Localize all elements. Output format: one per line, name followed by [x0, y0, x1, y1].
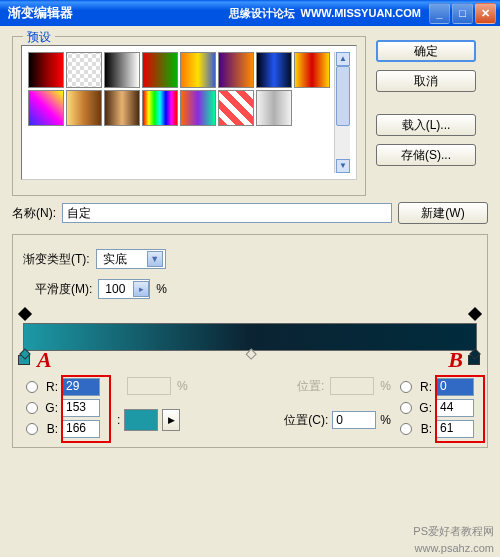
minimize-button[interactable]: _ [429, 3, 450, 24]
opacity-pct: % [177, 379, 188, 393]
r-label-right: R: [416, 380, 432, 394]
smoothness-label: 平滑度(M): [35, 281, 92, 298]
new-button[interactable]: 新建(W) [398, 202, 488, 224]
smoothness-value: 100 [105, 282, 125, 296]
preset-swatch[interactable] [256, 52, 292, 88]
gradient-bar[interactable] [23, 323, 477, 351]
gradient-type-label: 渐变类型(T): [23, 251, 90, 268]
position2-pct: % [380, 413, 391, 427]
chevron-right-icon: ▸ [133, 281, 149, 297]
cancel-button[interactable]: 取消 [376, 70, 476, 92]
maximize-button[interactable]: □ [452, 3, 473, 24]
marker-b: B [448, 347, 463, 373]
preset-swatch[interactable] [104, 90, 140, 126]
preset-swatch[interactable] [142, 90, 178, 126]
preset-swatch[interactable] [294, 52, 330, 88]
g-label-left: G: [42, 401, 58, 415]
close-button[interactable]: ✕ [475, 3, 496, 24]
r-label-left: R: [42, 380, 58, 394]
color-swatch-button[interactable] [124, 409, 158, 431]
smoothness-pct: % [156, 282, 167, 296]
ok-button[interactable]: 确定 [376, 40, 476, 62]
scroll-thumb[interactable] [336, 66, 350, 126]
window-title: 渐变编辑器 [8, 4, 229, 22]
opacity-stop-right[interactable] [469, 309, 481, 323]
gradient-fieldset: 渐变类型(T): 实底 ▼ 平滑度(M): 100 ▸ % A B [12, 234, 488, 448]
preset-swatch[interactable] [104, 52, 140, 88]
position1-pct: % [380, 379, 391, 393]
marker-a: A [37, 347, 52, 373]
r-radio-right[interactable] [400, 381, 412, 393]
g-radio-left[interactable] [26, 402, 38, 414]
gradient-type-select[interactable]: 实底 ▼ [96, 249, 166, 269]
gradient-type-value: 实底 [103, 251, 127, 268]
r-value-right[interactable]: 0 [436, 378, 474, 396]
presets-grid [28, 52, 330, 173]
color-stop-right[interactable] [468, 351, 482, 367]
color-colon: : [117, 413, 120, 427]
b-label-right: B: [416, 422, 432, 436]
scrollbar[interactable]: ▲ ▼ [334, 52, 350, 173]
opacity-value [127, 377, 171, 395]
b-value-right[interactable]: 61 [436, 420, 474, 438]
save-button[interactable]: 存储(S)... [376, 144, 476, 166]
g-radio-right[interactable] [400, 402, 412, 414]
b-label-left: B: [42, 422, 58, 436]
g-value-right[interactable]: 44 [436, 399, 474, 417]
titlebar: 渐变编辑器 思缘设计论坛 WWW.MISSYUAN.COM _ □ ✕ [0, 0, 500, 26]
watermark-url: WWW.MISSYUAN.COM [301, 7, 421, 19]
position2-value[interactable] [332, 411, 376, 429]
preset-swatch[interactable] [256, 90, 292, 126]
preset-swatch[interactable] [66, 52, 102, 88]
g-label-right: G: [416, 401, 432, 415]
b-radio-left[interactable] [26, 423, 38, 435]
footer-text: PS爱好者教程网 [413, 524, 494, 539]
preset-swatch[interactable] [218, 52, 254, 88]
b-radio-right[interactable] [400, 423, 412, 435]
preset-swatch[interactable] [180, 52, 216, 88]
preset-swatch[interactable] [180, 90, 216, 126]
gradient-bar-area: A B [23, 309, 477, 367]
preset-swatch[interactable] [218, 90, 254, 126]
preset-swatch[interactable] [28, 90, 64, 126]
position1-label: 位置: [297, 378, 324, 395]
chevron-down-icon: ▼ [147, 251, 163, 267]
opacity-stop-left[interactable] [19, 309, 31, 323]
color-stop-left[interactable] [18, 351, 32, 367]
presets-legend: 预设 [23, 29, 55, 46]
name-input[interactable] [62, 203, 392, 223]
watermark-text: 思缘设计论坛 [229, 6, 295, 21]
smoothness-input[interactable]: 100 ▸ [98, 279, 150, 299]
preset-swatch[interactable] [66, 90, 102, 126]
position2-label: 位置(C): [284, 412, 328, 429]
g-value-left[interactable]: 153 [62, 399, 100, 417]
position1-value [330, 377, 374, 395]
footer-url: www.psahz.com [415, 542, 494, 554]
load-button[interactable]: 载入(L)... [376, 114, 476, 136]
name-label: 名称(N): [12, 205, 56, 222]
preset-swatch[interactable] [28, 52, 64, 88]
presets-fieldset: 预设 ▲ ▼ [12, 36, 366, 196]
scroll-down-icon[interactable]: ▼ [336, 159, 350, 173]
preset-swatch[interactable] [142, 52, 178, 88]
presets-scroll: ▲ ▼ [21, 45, 357, 180]
scroll-up-icon[interactable]: ▲ [336, 52, 350, 66]
color-picker-arrow[interactable]: ▶ [162, 409, 180, 431]
r-value-left[interactable]: 29 [62, 378, 100, 396]
r-radio-left[interactable] [26, 381, 38, 393]
b-value-left[interactable]: 166 [62, 420, 100, 438]
